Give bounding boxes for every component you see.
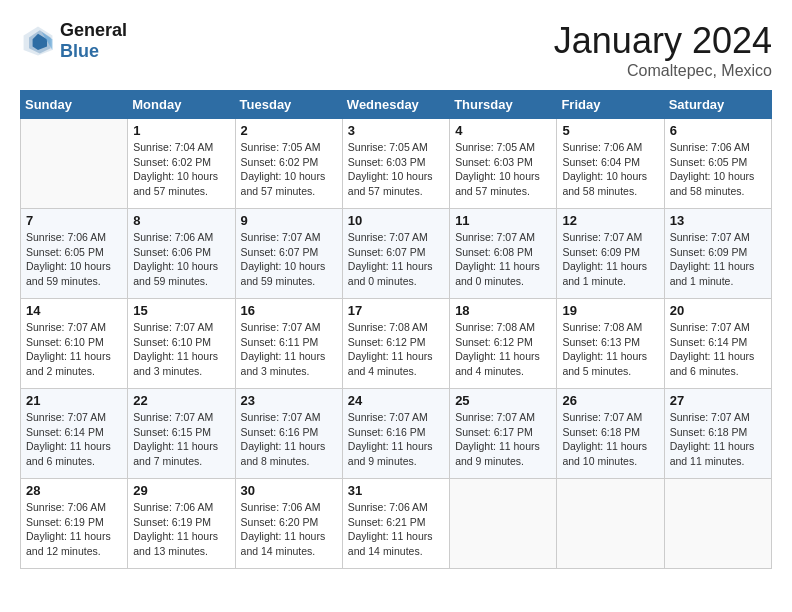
day-info: Sunrise: 7:04 AM Sunset: 6:02 PM Dayligh… bbox=[133, 140, 229, 199]
day-number: 10 bbox=[348, 213, 444, 228]
calendar-cell: 12Sunrise: 7:07 AM Sunset: 6:09 PM Dayli… bbox=[557, 209, 664, 299]
column-header-thursday: Thursday bbox=[450, 91, 557, 119]
day-info: Sunrise: 7:05 AM Sunset: 6:03 PM Dayligh… bbox=[455, 140, 551, 199]
week-row-1: 1Sunrise: 7:04 AM Sunset: 6:02 PM Daylig… bbox=[21, 119, 772, 209]
day-info: Sunrise: 7:06 AM Sunset: 6:19 PM Dayligh… bbox=[133, 500, 229, 559]
day-info: Sunrise: 7:05 AM Sunset: 6:02 PM Dayligh… bbox=[241, 140, 337, 199]
day-number: 12 bbox=[562, 213, 658, 228]
calendar-cell: 11Sunrise: 7:07 AM Sunset: 6:08 PM Dayli… bbox=[450, 209, 557, 299]
day-info: Sunrise: 7:06 AM Sunset: 6:05 PM Dayligh… bbox=[26, 230, 122, 289]
calendar-cell: 16Sunrise: 7:07 AM Sunset: 6:11 PM Dayli… bbox=[235, 299, 342, 389]
calendar-cell: 24Sunrise: 7:07 AM Sunset: 6:16 PM Dayli… bbox=[342, 389, 449, 479]
day-number: 17 bbox=[348, 303, 444, 318]
calendar-cell: 1Sunrise: 7:04 AM Sunset: 6:02 PM Daylig… bbox=[128, 119, 235, 209]
day-info: Sunrise: 7:07 AM Sunset: 6:18 PM Dayligh… bbox=[562, 410, 658, 469]
day-info: Sunrise: 7:07 AM Sunset: 6:11 PM Dayligh… bbox=[241, 320, 337, 379]
title-area: January 2024 Comaltepec, Mexico bbox=[554, 20, 772, 80]
day-number: 21 bbox=[26, 393, 122, 408]
day-number: 27 bbox=[670, 393, 766, 408]
week-row-3: 14Sunrise: 7:07 AM Sunset: 6:10 PM Dayli… bbox=[21, 299, 772, 389]
day-info: Sunrise: 7:06 AM Sunset: 6:20 PM Dayligh… bbox=[241, 500, 337, 559]
calendar-cell: 19Sunrise: 7:08 AM Sunset: 6:13 PM Dayli… bbox=[557, 299, 664, 389]
week-row-2: 7Sunrise: 7:06 AM Sunset: 6:05 PM Daylig… bbox=[21, 209, 772, 299]
day-number: 7 bbox=[26, 213, 122, 228]
day-number: 22 bbox=[133, 393, 229, 408]
day-number: 4 bbox=[455, 123, 551, 138]
week-row-5: 28Sunrise: 7:06 AM Sunset: 6:19 PM Dayli… bbox=[21, 479, 772, 569]
calendar-cell: 5Sunrise: 7:06 AM Sunset: 6:04 PM Daylig… bbox=[557, 119, 664, 209]
day-info: Sunrise: 7:07 AM Sunset: 6:07 PM Dayligh… bbox=[348, 230, 444, 289]
day-info: Sunrise: 7:07 AM Sunset: 6:08 PM Dayligh… bbox=[455, 230, 551, 289]
page-header: General Blue January 2024 Comaltepec, Me… bbox=[20, 20, 772, 80]
logo: General Blue bbox=[20, 20, 127, 62]
calendar-cell: 10Sunrise: 7:07 AM Sunset: 6:07 PM Dayli… bbox=[342, 209, 449, 299]
column-header-sunday: Sunday bbox=[21, 91, 128, 119]
week-row-4: 21Sunrise: 7:07 AM Sunset: 6:14 PM Dayli… bbox=[21, 389, 772, 479]
day-number: 29 bbox=[133, 483, 229, 498]
day-info: Sunrise: 7:06 AM Sunset: 6:21 PM Dayligh… bbox=[348, 500, 444, 559]
calendar-cell: 25Sunrise: 7:07 AM Sunset: 6:17 PM Dayli… bbox=[450, 389, 557, 479]
calendar-cell: 9Sunrise: 7:07 AM Sunset: 6:07 PM Daylig… bbox=[235, 209, 342, 299]
calendar-cell: 30Sunrise: 7:06 AM Sunset: 6:20 PM Dayli… bbox=[235, 479, 342, 569]
calendar-table: SundayMondayTuesdayWednesdayThursdayFrid… bbox=[20, 90, 772, 569]
column-header-saturday: Saturday bbox=[664, 91, 771, 119]
day-info: Sunrise: 7:07 AM Sunset: 6:09 PM Dayligh… bbox=[670, 230, 766, 289]
day-info: Sunrise: 7:07 AM Sunset: 6:18 PM Dayligh… bbox=[670, 410, 766, 469]
day-number: 2 bbox=[241, 123, 337, 138]
calendar-cell: 27Sunrise: 7:07 AM Sunset: 6:18 PM Dayli… bbox=[664, 389, 771, 479]
day-number: 16 bbox=[241, 303, 337, 318]
day-number: 6 bbox=[670, 123, 766, 138]
calendar-cell: 4Sunrise: 7:05 AM Sunset: 6:03 PM Daylig… bbox=[450, 119, 557, 209]
day-number: 26 bbox=[562, 393, 658, 408]
day-info: Sunrise: 7:06 AM Sunset: 6:04 PM Dayligh… bbox=[562, 140, 658, 199]
calendar-cell: 3Sunrise: 7:05 AM Sunset: 6:03 PM Daylig… bbox=[342, 119, 449, 209]
day-number: 20 bbox=[670, 303, 766, 318]
calendar-cell: 18Sunrise: 7:08 AM Sunset: 6:12 PM Dayli… bbox=[450, 299, 557, 389]
calendar-cell: 7Sunrise: 7:06 AM Sunset: 6:05 PM Daylig… bbox=[21, 209, 128, 299]
calendar-cell: 6Sunrise: 7:06 AM Sunset: 6:05 PM Daylig… bbox=[664, 119, 771, 209]
calendar-cell bbox=[557, 479, 664, 569]
calendar-cell: 13Sunrise: 7:07 AM Sunset: 6:09 PM Dayli… bbox=[664, 209, 771, 299]
calendar-cell bbox=[664, 479, 771, 569]
day-info: Sunrise: 7:06 AM Sunset: 6:06 PM Dayligh… bbox=[133, 230, 229, 289]
day-info: Sunrise: 7:06 AM Sunset: 6:05 PM Dayligh… bbox=[670, 140, 766, 199]
day-info: Sunrise: 7:07 AM Sunset: 6:07 PM Dayligh… bbox=[241, 230, 337, 289]
day-number: 1 bbox=[133, 123, 229, 138]
calendar-cell: 2Sunrise: 7:05 AM Sunset: 6:02 PM Daylig… bbox=[235, 119, 342, 209]
day-info: Sunrise: 7:07 AM Sunset: 6:16 PM Dayligh… bbox=[241, 410, 337, 469]
day-number: 9 bbox=[241, 213, 337, 228]
column-header-wednesday: Wednesday bbox=[342, 91, 449, 119]
day-number: 28 bbox=[26, 483, 122, 498]
day-info: Sunrise: 7:08 AM Sunset: 6:13 PM Dayligh… bbox=[562, 320, 658, 379]
day-number: 18 bbox=[455, 303, 551, 318]
day-info: Sunrise: 7:07 AM Sunset: 6:10 PM Dayligh… bbox=[26, 320, 122, 379]
day-number: 11 bbox=[455, 213, 551, 228]
calendar-cell: 17Sunrise: 7:08 AM Sunset: 6:12 PM Dayli… bbox=[342, 299, 449, 389]
month-title: January 2024 bbox=[554, 20, 772, 62]
calendar-cell: 22Sunrise: 7:07 AM Sunset: 6:15 PM Dayli… bbox=[128, 389, 235, 479]
logo-text: General Blue bbox=[60, 20, 127, 62]
calendar-cell: 28Sunrise: 7:06 AM Sunset: 6:19 PM Dayli… bbox=[21, 479, 128, 569]
calendar-cell: 23Sunrise: 7:07 AM Sunset: 6:16 PM Dayli… bbox=[235, 389, 342, 479]
calendar-cell: 14Sunrise: 7:07 AM Sunset: 6:10 PM Dayli… bbox=[21, 299, 128, 389]
calendar-header-row: SundayMondayTuesdayWednesdayThursdayFrid… bbox=[21, 91, 772, 119]
day-info: Sunrise: 7:07 AM Sunset: 6:14 PM Dayligh… bbox=[26, 410, 122, 469]
day-number: 15 bbox=[133, 303, 229, 318]
column-header-monday: Monday bbox=[128, 91, 235, 119]
day-info: Sunrise: 7:07 AM Sunset: 6:09 PM Dayligh… bbox=[562, 230, 658, 289]
day-info: Sunrise: 7:05 AM Sunset: 6:03 PM Dayligh… bbox=[348, 140, 444, 199]
day-info: Sunrise: 7:07 AM Sunset: 6:15 PM Dayligh… bbox=[133, 410, 229, 469]
calendar-cell: 26Sunrise: 7:07 AM Sunset: 6:18 PM Dayli… bbox=[557, 389, 664, 479]
logo-icon bbox=[20, 23, 56, 59]
day-number: 3 bbox=[348, 123, 444, 138]
calendar-cell: 29Sunrise: 7:06 AM Sunset: 6:19 PM Dayli… bbox=[128, 479, 235, 569]
column-header-friday: Friday bbox=[557, 91, 664, 119]
day-info: Sunrise: 7:07 AM Sunset: 6:14 PM Dayligh… bbox=[670, 320, 766, 379]
day-info: Sunrise: 7:07 AM Sunset: 6:17 PM Dayligh… bbox=[455, 410, 551, 469]
calendar-cell: 31Sunrise: 7:06 AM Sunset: 6:21 PM Dayli… bbox=[342, 479, 449, 569]
day-number: 31 bbox=[348, 483, 444, 498]
column-header-tuesday: Tuesday bbox=[235, 91, 342, 119]
day-info: Sunrise: 7:08 AM Sunset: 6:12 PM Dayligh… bbox=[348, 320, 444, 379]
day-number: 23 bbox=[241, 393, 337, 408]
calendar-cell: 15Sunrise: 7:07 AM Sunset: 6:10 PM Dayli… bbox=[128, 299, 235, 389]
